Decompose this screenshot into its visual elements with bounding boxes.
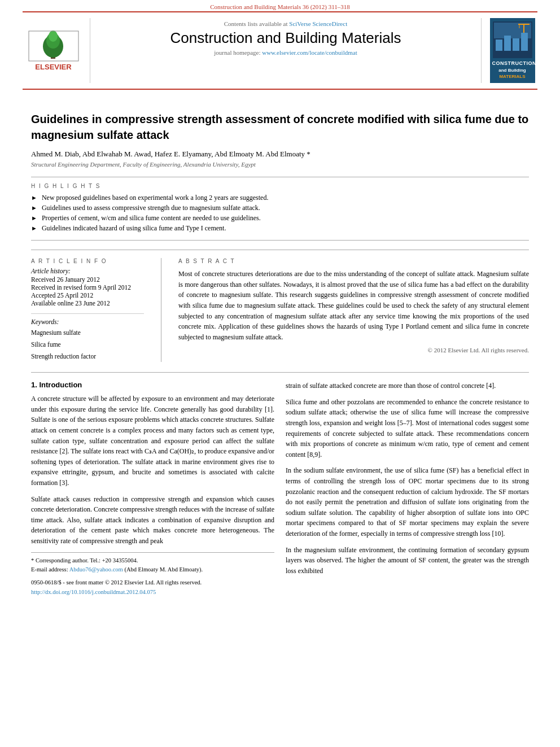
keyword-item: Magnesium sulfate <box>31 327 144 339</box>
abstract-label: A B S T R A C T <box>178 258 529 264</box>
main-body: 1. Introduction A concrete structure wil… <box>31 372 529 597</box>
arrow-icon: ► <box>31 215 37 221</box>
journal-header: ELSEVIER Contents lists available at Sci… <box>23 11 537 90</box>
article-info-label: A R T I C L E I N F O <box>31 258 144 264</box>
svg-rect-8 <box>504 36 511 51</box>
column-divider <box>161 258 161 362</box>
authors-line: Ahmed M. Diab, Abd Elwahab M. Awad, Hafe… <box>31 150 529 159</box>
keywords-list: Magnesium sulfateSilica fumeStrength red… <box>31 327 144 362</box>
arrow-icon: ► <box>31 194 37 201</box>
highlight-item: ►Guidelines indicated hazard of using si… <box>31 224 529 233</box>
arrow-icon: ► <box>31 204 37 211</box>
paper-content: Guidelines in compressive strength asses… <box>0 90 560 609</box>
highlight-item: ►Properties of cement, w/cm and silica f… <box>31 214 529 222</box>
issn-line: 0950-0618/$ - see front matter © 2012 El… <box>31 578 274 597</box>
keyword-item: Silica fume <box>31 339 144 351</box>
arrow-icon: ► <box>31 225 37 231</box>
right-logo-box: Construction and Building MATERIALS <box>490 18 535 83</box>
citation-text: Construction and Building Materials 36 (… <box>210 3 350 10</box>
sciverse-line: Contents lists available at SciVerse Sci… <box>102 20 470 27</box>
highlights-label: H I G H L I G H T S <box>31 183 529 189</box>
body-right: strain of sulfate attacked concrete are … <box>286 381 529 597</box>
abstract-text: Most of concrete structures deterioratio… <box>178 269 529 342</box>
keyword-item: Strength reduction factor <box>31 351 144 362</box>
svg-point-3 <box>49 30 58 42</box>
abstract-section: A B S T R A C T Most of concrete structu… <box>178 258 529 362</box>
journal-cover-icon <box>493 21 532 58</box>
citation-bar: Construction and Building Materials 36 (… <box>0 0 560 11</box>
right-logo: Construction and Building MATERIALS <box>481 18 537 83</box>
right-para3: In the sodium sulfate environment, the u… <box>286 465 529 539</box>
body-left: 1. Introduction A concrete structure wil… <box>31 381 274 597</box>
keywords-section: Keywords: Magnesium sulfateSilica fumeSt… <box>31 313 144 362</box>
elsevier-tree-icon <box>28 30 79 62</box>
copyright: © 2012 Elsevier Ltd. All rights reserved… <box>178 347 529 353</box>
intro-para1: A concrete structure will be affected by… <box>31 394 274 488</box>
svg-rect-10 <box>521 33 528 51</box>
elsevier-logo: ELSEVIER <box>23 18 90 83</box>
highlight-item: ►Guidelines used to assess compressive s… <box>31 204 529 212</box>
intro-heading: 1. Introduction <box>31 381 274 389</box>
highlights-section: H I G H L I G H T S ►New proposed guidel… <box>31 177 529 241</box>
highlight-item: ►New proposed guidelines based on experi… <box>31 194 529 202</box>
article-history: Article history: Received 26 January 201… <box>31 268 144 307</box>
homepage-line: journal homepage: www.elsevier.com/locat… <box>102 49 470 56</box>
elsevier-text: ELSEVIER <box>35 63 71 71</box>
right-para1: strain of sulfate attacked concrete are … <box>286 381 529 391</box>
footnotes: * Corresponding author. Tel.: +20 343550… <box>31 552 274 597</box>
article-abstract-columns: A R T I C L E I N F O Article history: R… <box>31 250 529 362</box>
article-info: A R T I C L E I N F O Article history: R… <box>31 258 144 362</box>
paper-title: Guidelines in compressive strength asses… <box>31 111 529 143</box>
affiliation: Structural Engineering Department, Facul… <box>31 161 529 168</box>
right-para2: Silica fume and other pozzolans are reco… <box>286 397 529 460</box>
email-line: E-mail address: Abduo76@yahoo.com (Abd E… <box>31 565 274 575</box>
svg-rect-9 <box>513 38 519 51</box>
highlights-list: ►New proposed guidelines based on experi… <box>31 194 529 233</box>
journal-title: Construction and Building Materials <box>102 29 470 47</box>
journal-center: Contents lists available at SciVerse Sci… <box>90 18 481 83</box>
right-para4: In the magnesium sulfate environment, th… <box>286 545 529 576</box>
svg-rect-7 <box>496 40 502 51</box>
paper-title-section: Guidelines in compressive strength asses… <box>31 111 529 168</box>
intro-para2: Sulfate attack causes reduction in compr… <box>31 494 274 547</box>
